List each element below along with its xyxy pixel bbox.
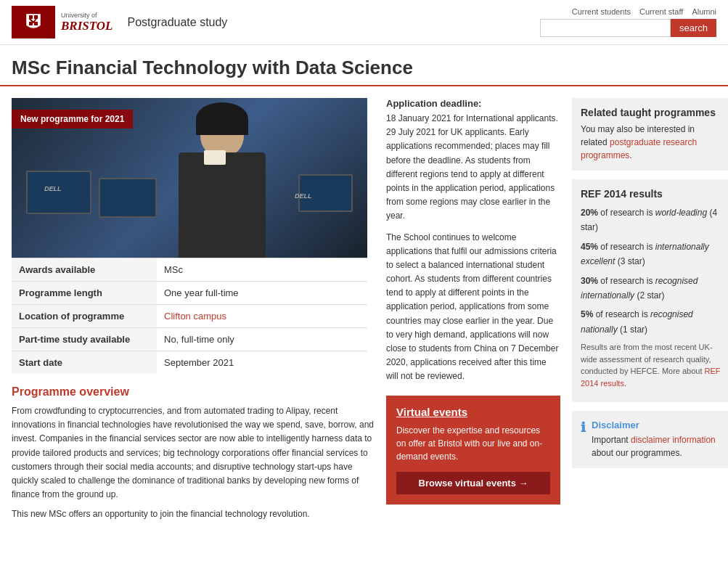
programme-overview-heading: Programme overview — [12, 385, 375, 399]
logo-text: University of BRISTOL — [61, 12, 113, 33]
ref-row-2: 45% of research is internationally excel… — [581, 240, 723, 269]
related-programmes-text: You may also be interested in related po… — [581, 123, 723, 162]
page-title-area: MSc Financial Technology with Data Scien… — [0, 45, 728, 86]
virtual-events-description: Discover the expertise and resources on … — [396, 424, 550, 463]
svg-rect-1 — [34, 15, 38, 19]
table-row: Programme length One year full-time — [12, 282, 367, 305]
search-bar: search — [540, 19, 716, 37]
monitor-2 — [99, 178, 157, 218]
application-deadline: Application deadline: 18 January 2021 fo… — [386, 98, 560, 384]
table-label: Programme length — [12, 282, 157, 305]
application-deadline-label: Application deadline: — [386, 98, 560, 109]
person-figure — [164, 98, 295, 258]
main-content: DELL DELL New programme for 2021 Awards … — [0, 86, 728, 539]
header-right: Current students Current staff Alumni se… — [540, 7, 716, 37]
table-label: Start date — [12, 351, 157, 375]
table-value: MSc — [157, 258, 367, 282]
clifton-campus-link[interactable]: Clifton campus — [164, 311, 226, 322]
monitor-1 — [26, 171, 91, 214]
nav-title: Postgraduate study — [128, 16, 228, 29]
top-links: Current students Current staff Alumni — [572, 7, 716, 16]
table-value: One year full-time — [157, 282, 367, 305]
right-column: Related taught programmes You may also b… — [572, 98, 728, 468]
page-header: University of BRISTOL Postgraduate study… — [0, 0, 728, 45]
svg-rect-0 — [29, 15, 33, 19]
new-programme-badge: New programme for 2021 — [12, 110, 133, 128]
disclaimer-content: Disclaimer Important disclaimer informat… — [592, 420, 723, 459]
page-title: MSc Financial Technology with Data Scien… — [12, 57, 716, 79]
related-programmes-box: Related taught programmes You may also b… — [572, 98, 728, 171]
dell-logo-1: DELL — [44, 185, 62, 192]
disclaimer-text-post: about our programmes. — [592, 448, 682, 458]
ref-note-text: Results are from the most recent UK-wide… — [581, 343, 713, 375]
disclaimer-info-link[interactable]: disclaimer information — [631, 435, 716, 445]
disclaimer-heading[interactable]: Disclaimer — [592, 420, 723, 430]
shield-icon — [25, 12, 42, 33]
disclaimer-text: Important disclaimer information about o… — [592, 433, 723, 459]
current-staff-link[interactable]: Current staff — [639, 7, 683, 16]
university-logo — [12, 6, 55, 38]
table-value: September 2021 — [157, 351, 367, 375]
ref-pct-2: 45% — [581, 242, 598, 252]
search-button[interactable]: search — [671, 19, 716, 37]
header-left: University of BRISTOL Postgraduate study — [12, 6, 227, 38]
ref-note-end: . — [624, 379, 626, 388]
hero-image: DELL DELL New programme for 2021 — [12, 98, 367, 258]
ref-note: Results are from the most recent UK-wide… — [581, 341, 723, 389]
ref-results-box: REF 2014 results 20% of research is worl… — [572, 179, 728, 402]
programme-overview: Programme overview From crowdfunding to … — [12, 385, 375, 522]
info-table: Awards available MSc Programme length On… — [12, 258, 367, 374]
virtual-events-heading[interactable]: Virtual events — [396, 406, 550, 418]
alumni-link[interactable]: Alumni — [692, 7, 716, 16]
university-label: University of — [61, 12, 113, 19]
ref-row-1: 20% of research is world-leading (4 star… — [581, 205, 723, 235]
virtual-events-box: Virtual events Discover the expertise an… — [386, 396, 560, 504]
programme-overview-text2: This new MSc offers an opportunity to jo… — [12, 507, 375, 521]
application-deadline-text2: The School continues to welcome applicat… — [386, 231, 560, 384]
table-row: Start date September 2021 — [12, 351, 367, 375]
left-column: DELL DELL New programme for 2021 Awards … — [12, 98, 375, 528]
svg-rect-3 — [34, 22, 38, 25]
current-students-link[interactable]: Current students — [572, 7, 631, 16]
table-label: Location of programme — [12, 305, 157, 328]
ref-results-heading: REF 2014 results — [581, 188, 723, 200]
middle-column: Application deadline: 18 January 2021 fo… — [386, 98, 560, 504]
table-row: Location of programme Clifton campus — [12, 305, 367, 328]
table-row: Part-time study available No, full-time … — [12, 328, 367, 351]
disclaimer-box: ℹ Disclaimer Important disclaimer inform… — [572, 411, 728, 468]
related-programmes-heading: Related taught programmes — [581, 107, 723, 118]
ref-pct-4: 5% — [581, 309, 593, 319]
table-value: No, full-time only — [157, 328, 367, 351]
ref-row-3: 30% of research is recognised internatio… — [581, 274, 723, 303]
ref-pct-3: 30% — [581, 276, 598, 286]
svg-rect-2 — [29, 22, 33, 25]
info-icon: ℹ — [581, 420, 586, 459]
table-row: Awards available MSc — [12, 258, 367, 282]
search-input[interactable] — [540, 19, 671, 37]
bristol-label: BRISTOL — [61, 19, 113, 33]
disclaimer-text-pre: Important — [592, 435, 629, 445]
browse-virtual-events-button[interactable]: Browse virtual events → — [396, 472, 550, 494]
related-period: . — [629, 150, 631, 160]
application-deadline-text1: 18 January 2021 for International applic… — [386, 112, 560, 224]
ref-pct-1: 20% — [581, 208, 598, 218]
table-label: Part-time study available — [12, 328, 157, 351]
dell-logo-2: DELL — [295, 192, 312, 200]
logo-area: University of BRISTOL — [12, 6, 113, 38]
programme-overview-text1: From crowdfunding to cryptocurrencies, a… — [12, 404, 375, 502]
table-value: Clifton campus — [157, 305, 367, 328]
table-label: Awards available — [12, 258, 157, 282]
ref-row-4: 5% of research is recognised nationally … — [581, 307, 723, 337]
